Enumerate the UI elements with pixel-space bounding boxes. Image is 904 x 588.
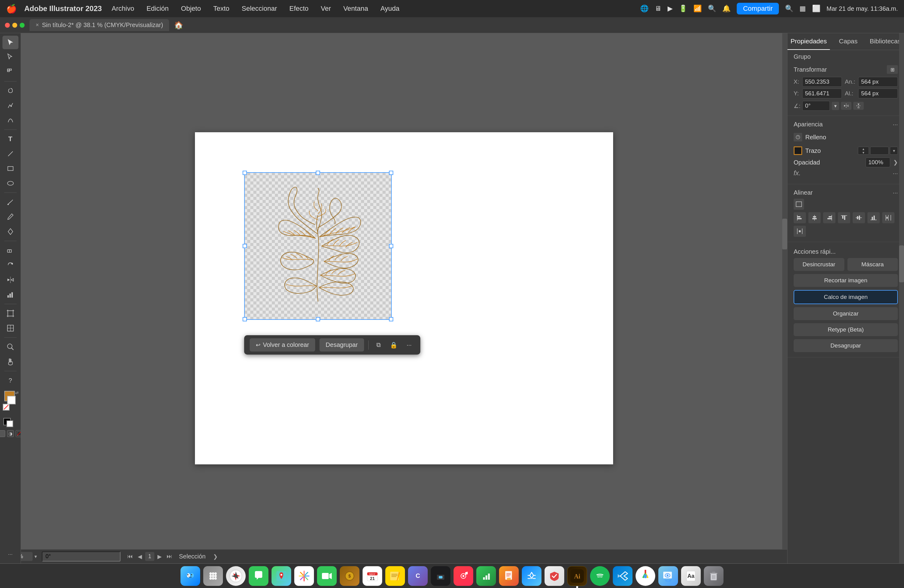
black-white-reset[interactable]: [3, 418, 18, 428]
background-color[interactable]: [7, 396, 16, 405]
h-input[interactable]: [858, 89, 898, 98]
system-icon-battery[interactable]: 🔋: [679, 5, 687, 13]
stroke-dropdown[interactable]: ▾: [890, 147, 898, 155]
tab-capas[interactable]: Capas: [830, 33, 867, 50]
paintbrush-tool[interactable]: [2, 195, 19, 209]
dock-finder[interactable]: [180, 566, 200, 586]
menu-efecto[interactable]: Efecto: [287, 3, 311, 14]
ctx-copy-btn[interactable]: ⧉: [373, 340, 384, 351]
align-to-artboard-btn[interactable]: [793, 199, 804, 210]
align-more[interactable]: ···: [893, 189, 898, 196]
menu-seleccionar[interactable]: Seleccionar: [239, 3, 280, 14]
lasso-tool[interactable]: [2, 84, 19, 98]
tab-propiedades[interactable]: Propiedades: [787, 33, 830, 50]
system-icon-monitor[interactable]: 🖥: [654, 5, 661, 13]
home-icon[interactable]: 🏠: [174, 21, 183, 30]
angle-status-input[interactable]: [42, 552, 120, 561]
dock-preview[interactable]: [658, 566, 678, 586]
rect-tool[interactable]: [2, 162, 19, 175]
tab-close-icon[interactable]: ×: [36, 22, 39, 28]
window-maximize[interactable]: [20, 23, 25, 28]
vscroll-thumb[interactable]: [899, 245, 904, 282]
desagrupar-btn[interactable]: Desagrupar: [793, 339, 898, 352]
dock-messages[interactable]: [249, 566, 269, 586]
opacity-input[interactable]: [866, 158, 890, 167]
dock-ai[interactable]: Ai: [567, 566, 587, 586]
rotate-tool[interactable]: [2, 258, 19, 272]
system-icon-search[interactable]: 🔍: [708, 5, 716, 13]
dock-safari[interactable]: [226, 566, 246, 586]
menu-objeto[interactable]: Objeto: [179, 3, 204, 14]
curvature-tool[interactable]: [2, 114, 19, 127]
fill-visibility-btn[interactable]: ?: [793, 133, 802, 141]
align-right-btn[interactable]: [823, 212, 835, 223]
distribute-left-btn[interactable]: [882, 212, 895, 223]
stroke-width-box[interactable]: [870, 147, 889, 155]
panel-vscroll[interactable]: [899, 33, 904, 563]
distribute-right-btn[interactable]: [793, 226, 806, 237]
dock-spotify[interactable]: [590, 566, 610, 586]
dock-photos[interactable]: [294, 566, 314, 586]
eraser-tool[interactable]: [2, 243, 19, 257]
color-mode-btn[interactable]: [0, 430, 5, 437]
reflect-tool[interactable]: [2, 273, 19, 287]
magic-wand-tool[interactable]: [2, 65, 19, 79]
dock-launchpad[interactable]: [203, 566, 223, 586]
search-icon[interactable]: 🔍: [785, 5, 793, 13]
dock-appletv[interactable]: [431, 566, 450, 586]
bar-chart-tool[interactable]: [2, 288, 19, 301]
ungroup-btn[interactable]: Desagrupar: [319, 338, 364, 351]
pen-tool[interactable]: [2, 99, 19, 112]
y-input[interactable]: [802, 89, 842, 98]
menu-texto[interactable]: Texto: [211, 3, 232, 14]
dock-fontbook[interactable]: Aa: [681, 566, 701, 586]
canvas-vscroll-thumb[interactable]: [782, 219, 787, 250]
nav-last-btn[interactable]: ⏭: [165, 553, 174, 560]
menu-ver[interactable]: Ver: [318, 3, 333, 14]
none-color[interactable]: [3, 404, 9, 411]
system-icon-play[interactable]: ▶: [667, 5, 673, 13]
share-button[interactable]: Compartir: [737, 3, 779, 14]
align-left-btn[interactable]: [793, 212, 806, 223]
menu-edicion[interactable]: Edición: [144, 3, 171, 14]
dock-vscode[interactable]: [613, 566, 632, 586]
control-strip-icon[interactable]: ⬜: [812, 5, 820, 13]
dock-coins[interactable]: $: [340, 566, 359, 586]
system-icon-notification[interactable]: 🔔: [722, 5, 730, 13]
retype-btn[interactable]: Retype (Beta): [793, 323, 898, 336]
line-tool[interactable]: [2, 147, 19, 161]
system-icon-wifi[interactable]: 📶: [693, 5, 702, 13]
image-object[interactable]: .plant-line { stroke: #8b5e0a; stroke-wi…: [244, 172, 392, 320]
fx-more[interactable]: ···: [893, 170, 898, 177]
dock-numbers[interactable]: [476, 566, 496, 586]
dock-calendar[interactable]: 21MAY: [362, 566, 382, 586]
calco-imagen-btn[interactable]: Calco de imagen: [793, 290, 898, 304]
system-icon-globe[interactable]: 🌐: [640, 5, 648, 13]
tab-bibliotecas[interactable]: Bibliotecas: [866, 33, 904, 50]
dock-appstore[interactable]: [522, 566, 542, 586]
gradient-mode-btn[interactable]: ◑: [7, 430, 14, 437]
dock-facetime[interactable]: [317, 566, 337, 586]
ctx-more-btn[interactable]: ···: [404, 340, 415, 351]
zoom-chevron[interactable]: ▾: [35, 553, 37, 560]
flip-vertical-btn[interactable]: [853, 102, 864, 110]
swap-colors[interactable]: ⇄: [15, 390, 19, 395]
window-close[interactable]: [5, 23, 10, 28]
artboard-tool[interactable]: [2, 307, 19, 320]
recortar-imagen-btn[interactable]: Recortar imagen: [793, 274, 898, 287]
canvas-vscroll[interactable]: [782, 33, 787, 563]
none-mode-btn[interactable]: [16, 430, 21, 437]
dock-browser[interactable]: [635, 566, 655, 586]
text-tool[interactable]: T: [2, 132, 19, 146]
ctx-lock-btn[interactable]: 🔒: [388, 340, 400, 351]
transform-link-btn[interactable]: ⊞: [887, 65, 898, 74]
shaper-tool[interactable]: [2, 225, 19, 238]
direct-selection-tool[interactable]: [2, 51, 19, 64]
opacity-chevron[interactable]: ❯: [893, 159, 898, 166]
dock-trash[interactable]: [704, 566, 724, 586]
align-center-h-btn[interactable]: [808, 212, 821, 223]
dock-pages[interactable]: [499, 566, 519, 586]
recolor-btn[interactable]: ↩ Volver a colorear: [250, 338, 315, 351]
w-input[interactable]: [858, 77, 898, 87]
flip-horizontal-btn[interactable]: [841, 102, 852, 110]
